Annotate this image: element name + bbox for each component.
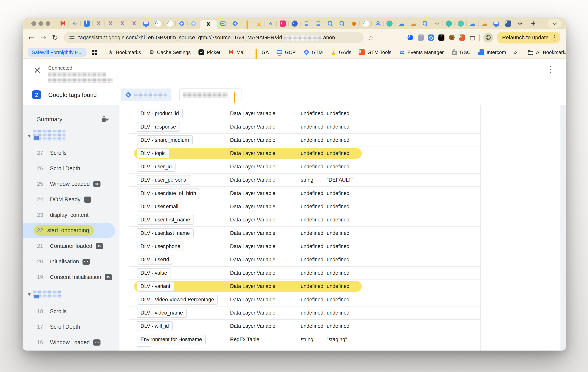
kebab-menu-icon[interactable]: ⋮	[547, 65, 555, 73]
pinned-tab-tag-assistant-icon[interactable]: ···	[217, 18, 229, 29]
bookmarks-overflow-button[interactable]: »	[513, 48, 517, 56]
variable-chip[interactable]: DLV - topic	[137, 148, 169, 158]
variable-chip[interactable]: DLV - user_persona	[137, 175, 190, 185]
pinned-tab-flame-icon[interactable]	[348, 18, 360, 29]
table-row-dlv-video-viewed-percentage[interactable]: DLV - Video Viewed PercentageData Layer …	[129, 293, 480, 306]
variable-chip[interactable]: DLV - share_medium	[137, 135, 193, 145]
pinned-tab-appcues-icon[interactable]: a	[277, 18, 289, 29]
extensions-puzzle-icon[interactable]	[469, 34, 476, 41]
maximize-window-button[interactable]	[46, 21, 50, 26]
variable-chip[interactable]: DLV - Video Viewed Percentage	[137, 295, 218, 305]
tag-ext-icon[interactable]	[428, 34, 434, 41]
minimize-window-button[interactable]	[39, 21, 43, 26]
table-row-dlv-will-id[interactable]: DLV - will_idData Layer Variableundefine…	[129, 320, 480, 333]
table-row-dlv-video-name[interactable]: DLV - video_nameData Layer Variableundef…	[129, 306, 480, 320]
table-row-dlv-user-id[interactable]: DLV - user_idData Layer Variableundefine…	[129, 160, 480, 174]
sidebar-item-17-scroll-depth[interactable]: 17Scroll Depth	[22, 319, 119, 335]
code-ext-icon[interactable]: </>	[417, 34, 424, 41]
pinned-tab-chevrons-up-icon[interactable]: «	[265, 18, 277, 29]
close-icon[interactable]: ×	[33, 65, 41, 75]
table-row-dlv-value[interactable]: DLV - valueData Layer Variableundefinedu…	[129, 267, 480, 280]
window-controls[interactable]	[32, 21, 50, 26]
new-tab-button[interactable]: +	[531, 20, 536, 28]
pinned-tab-gmail-icon[interactable]: M	[57, 18, 69, 29]
pinned-tab-x-purple-icon[interactable]: X	[93, 18, 105, 29]
pinned-tab-x-purple-icon[interactable]: X	[116, 18, 128, 29]
pinned-tab-teal-dot-icon[interactable]	[443, 18, 455, 29]
reload-button[interactable]: ↻	[52, 34, 58, 41]
expander-triangle-icon[interactable]: ▼	[28, 292, 31, 296]
table-row-dlv-product-id[interactable]: DLV - product_idData Layer Variableundef…	[129, 107, 480, 120]
sidebar-item-27-scrolls[interactable]: 27Scrolls	[22, 145, 119, 161]
table-row-dlv-share-medium[interactable]: DLV - share_mediumData Layer Variableund…	[129, 134, 480, 147]
variable-chip[interactable]: DLV - video_name	[137, 308, 187, 318]
pinned-tab-gtm-diamond-icon[interactable]	[176, 18, 188, 29]
table-row-dlv-user-last-name[interactable]: DLV - user.last_nameData Layer Variableu…	[129, 227, 480, 240]
pinned-tab-r-icon[interactable]: R	[502, 18, 514, 29]
pinned-tab-blue-a-icon[interactable]: A	[289, 18, 301, 29]
pinned-tab-google-g-icon[interactable]: G	[360, 18, 372, 29]
bookmark-gtm[interactable]: GTM	[303, 49, 323, 56]
sidebar-item-16-window-loaded[interactable]: 16Window Loaded<>	[22, 335, 119, 350]
table-row-dlv-response[interactable]: DLV - responseData Layer Variableundefin…	[129, 120, 480, 133]
pinned-tab-google-g-icon[interactable]: G	[152, 18, 164, 29]
ga4-tag-chip[interactable]	[179, 88, 242, 101]
back-button[interactable]: ←	[28, 34, 34, 41]
table-row-dlv-userid[interactable]: DLV - userIdData Layer Variableundefined…	[129, 253, 480, 266]
pinned-tab-tree-list-icon[interactable]: ≣	[312, 18, 324, 29]
pinned-tab-gear-dark-icon[interactable]: ⚙	[514, 18, 526, 29]
browser-menu-icon[interactable]: ⋮	[551, 34, 558, 41]
variable-chip[interactable]: DLV - user.email	[137, 202, 182, 211]
pinned-tab-teal-dot-icon[interactable]	[455, 18, 467, 29]
sidebar-item-24-dom-ready[interactable]: 24DOM Ready<>	[22, 192, 119, 207]
tab-search-menu[interactable]	[548, 19, 561, 28]
bookmark-ga[interactable]: GA	[253, 49, 269, 56]
pinned-tab-gcloud-icon[interactable]: ☁	[467, 18, 479, 29]
bookmark-mail[interactable]: MMail	[228, 49, 246, 56]
sidebar-item-21-container-loaded[interactable]: 21Container loaded<>	[22, 238, 119, 254]
bookmark-gcp[interactable]: GCP	[276, 49, 295, 56]
active-tab[interactable]: X	[200, 20, 217, 29]
bookmark-star-icon[interactable]: ☆	[368, 34, 374, 42]
site-settings-icon[interactable]	[69, 34, 75, 41]
pinned-tab-gear-gray-icon[interactable]: ⚙	[431, 18, 443, 29]
sidebar-item-19-consent-initialisation[interactable]: 19Consent Initialisation<>	[22, 269, 119, 285]
onepassword-icon[interactable]	[407, 34, 414, 41]
apps-grid-icon[interactable]	[91, 49, 98, 56]
table-row-dlv-user-persona[interactable]: DLV - user_personaData Layer Variablestr…	[129, 174, 480, 187]
variable-chip[interactable]: DLV - user.phone	[137, 241, 184, 251]
profile-avatar[interactable]: ☺	[483, 33, 493, 43]
bookmark-gsc[interactable]: GSC	[451, 49, 471, 56]
bookmark-events-manager[interactable]: ∞Events Manager	[399, 49, 444, 56]
bookmark-cache-settings[interactable]: ⚙Cache Settings	[148, 49, 191, 56]
address-bar[interactable]: tagassistant.google.com/?hl=en-GB&utm_so…	[64, 32, 364, 43]
pinned-tab-google-ads-icon[interactable]: ▲	[253, 18, 265, 29]
pinned-tab-x-purple-icon[interactable]: X	[128, 18, 140, 29]
table-row-dlv-user-email[interactable]: DLV - user.emailData Layer Variableundef…	[129, 200, 480, 213]
pinned-tab-tree-list-icon[interactable]: ≣	[301, 18, 312, 29]
scrollbar-gutter[interactable]	[560, 105, 566, 350]
variable-chip[interactable]: DLV - response	[137, 122, 180, 132]
variable-chip[interactable]: DLV - user.last_name	[137, 228, 194, 238]
pinned-tab-search-analytics-icon[interactable]	[324, 18, 336, 29]
variable-chip[interactable]: DLV - product_id	[137, 109, 183, 118]
pinned-tab-monitor-chart-icon[interactable]	[490, 18, 502, 29]
variable-chip[interactable]: DLV - userId	[137, 255, 173, 264]
variable-chip[interactable]: DLV - user.date_of_birth	[137, 188, 200, 198]
pinned-tab-intercom-icon[interactable]	[81, 18, 93, 29]
pinned-tab-x-purple-icon[interactable]: X	[105, 18, 116, 29]
expander-triangle-icon[interactable]: ▼	[28, 134, 31, 138]
sidebar-item-20-initialisation[interactable]: 20Initialisation<>	[22, 254, 119, 269]
table-row-dlv-user-date-of-birth[interactable]: DLV - user.date_of_birthData Layer Varia…	[129, 187, 480, 200]
bookmark-picket[interactable]: Picket	[198, 49, 220, 56]
pinned-tab-monitor-chart-icon[interactable]	[140, 18, 152, 29]
forward-button[interactable]: →	[40, 34, 46, 41]
variable-chip[interactable]: DLV - will_id	[137, 321, 173, 331]
sidebar-item-18-scrolls[interactable]: 18Scrolls	[22, 304, 119, 319]
clear-events-icon[interactable]	[101, 115, 109, 124]
pinned-tab-gtm-diamond-icon[interactable]	[188, 18, 200, 29]
pinned-tab-teal-ring-icon[interactable]	[384, 18, 395, 29]
fd-icon[interactable]: FD	[438, 34, 445, 41]
pinned-tab-gear-blue-icon[interactable]: ⚙	[69, 18, 81, 29]
pinned-tab-gcloud-icon[interactable]: ☁	[395, 18, 407, 29]
